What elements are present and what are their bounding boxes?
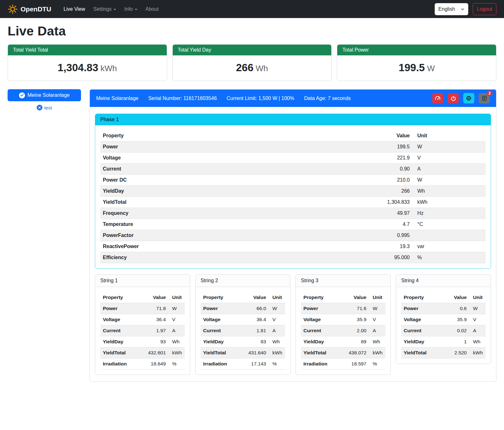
value-cell: 210.0	[287, 175, 412, 186]
unit-cell: V	[269, 314, 285, 325]
unit-cell: V	[412, 153, 486, 164]
property-cell: Irradiation	[100, 358, 138, 370]
chevron-down-icon	[114, 9, 116, 10]
string-table: Property Value Unit Power0.6WVoltage35.9…	[401, 292, 486, 358]
table-row: Power199.5W	[100, 141, 486, 153]
value-cell: 199.5	[287, 141, 412, 153]
unit-cell: V	[369, 314, 385, 325]
top-navbar: OpenDTU Live View Settings Info About En…	[0, 0, 504, 18]
table-row: YieldDay83Wh	[201, 336, 285, 347]
brand-home-link[interactable]: OpenDTU	[8, 4, 51, 14]
nav-item-label: Live View	[64, 6, 85, 12]
value-cell: 36.4	[138, 314, 168, 325]
value-cell: 1.97	[138, 325, 168, 336]
nav-item-about[interactable]: About	[141, 4, 163, 15]
nav-item-info[interactable]: Info	[120, 4, 141, 15]
summary-unit: kWh	[101, 64, 117, 73]
unit-cell: W	[412, 175, 486, 186]
nav-item-settings[interactable]: Settings	[89, 4, 120, 15]
event-log-button[interactable]: 2	[479, 93, 490, 103]
table-row: Current0.90A	[100, 164, 486, 175]
value-cell: 221.9	[287, 153, 412, 164]
property-cell: Power	[401, 303, 443, 314]
col-header-value: Value	[138, 292, 168, 303]
unit-cell: kWh	[469, 347, 486, 358]
unit-cell: A	[369, 325, 385, 336]
summary-card-title: Total Yield Total	[8, 45, 167, 55]
power-toggle-button[interactable]	[448, 93, 459, 103]
col-header-unit: Unit	[168, 292, 185, 303]
value-cell: 89	[339, 336, 369, 347]
summary-unit: Wh	[256, 64, 268, 73]
unit-cell: %	[269, 358, 285, 370]
unit-cell: A	[269, 325, 285, 336]
nav-item-live-view[interactable]: Live View	[59, 4, 89, 15]
nav-links: Live View Settings Info About	[59, 4, 163, 15]
inverter-card-body: Phase 1 Property Value Unit	[90, 107, 496, 381]
unit-cell: kWh	[412, 197, 486, 208]
inverter-item-test[interactable]: test	[8, 105, 81, 110]
unit-cell: Wh	[369, 336, 385, 347]
inverter-name-label: test	[44, 105, 52, 110]
property-cell: YieldDay	[100, 186, 287, 197]
property-cell: ReactivePower	[100, 241, 287, 252]
device-info-button[interactable]	[463, 93, 474, 103]
table-row: PowerFactor0.995	[100, 230, 486, 241]
property-cell: Current	[100, 325, 138, 336]
value-cell: 266	[287, 186, 412, 197]
table-row: Power0.6W	[401, 303, 486, 314]
value-cell: 83	[239, 336, 269, 347]
string-card: String 1 Property Value Unit Power71.8WV…	[95, 274, 190, 375]
string-card-title: String 3	[296, 275, 390, 287]
unit-cell: Wh	[412, 186, 486, 197]
inverter-name-label: Meine Solaranlage	[28, 92, 70, 98]
property-cell: Voltage	[301, 314, 339, 325]
value-cell: 0.02	[443, 325, 469, 336]
table-row: Irradiation18.649%	[100, 358, 185, 370]
table-row: YieldDay89Wh	[301, 336, 385, 347]
property-cell: Power	[301, 303, 339, 314]
table-header-row: Property Value Unit	[100, 292, 185, 303]
value-cell: 71.6	[339, 303, 369, 314]
value-cell: 0.995	[287, 230, 412, 241]
unit-cell: %	[168, 358, 185, 370]
unit-cell: Wh	[168, 336, 185, 347]
value-cell: 2.520	[443, 347, 469, 358]
value-cell: 19.3	[287, 241, 412, 252]
limit-settings-button[interactable]	[432, 93, 443, 103]
property-cell: Power	[100, 141, 287, 153]
property-cell: Voltage	[100, 153, 287, 164]
unit-cell: kWh	[369, 347, 385, 358]
table-row: Irradiation18.597%	[301, 358, 385, 370]
page-container: Live Data Total Yield Total 1,304.83kWh …	[0, 24, 504, 390]
value-cell: 438.072	[339, 347, 369, 358]
property-cell: Current	[401, 325, 443, 336]
inverter-name: Meine Solaranlage	[96, 96, 138, 101]
table-row: Power71.6W	[301, 303, 385, 314]
table-row: Voltage36.4V	[201, 314, 285, 325]
unit-cell: Wh	[469, 336, 486, 347]
unit-cell: Wh	[269, 336, 285, 347]
table-row: YieldDay266Wh	[100, 186, 486, 197]
table-row: YieldTotal1,304.833kWh	[100, 197, 486, 208]
logout-button[interactable]: Logout	[473, 3, 496, 15]
property-cell: Current	[301, 325, 339, 336]
value-cell: 17.143	[239, 358, 269, 370]
table-row: Voltage35.9V	[301, 314, 385, 325]
check-circle-icon	[19, 92, 25, 98]
string-card-title: String 2	[196, 275, 290, 287]
inverter-card-header: Meine Solaranlage Serial Number: 1161716…	[90, 90, 496, 107]
table-row: Power66.0W	[201, 303, 285, 314]
main-column: Meine Solaranlage Serial Number: 1161716…	[90, 89, 496, 382]
property-cell: Irradiation	[301, 358, 339, 370]
unit-cell: A	[412, 164, 486, 175]
value-cell: 1	[443, 336, 469, 347]
col-header-property: Property	[401, 292, 443, 303]
value-cell: 66.0	[239, 303, 269, 314]
unit-cell: W	[269, 303, 285, 314]
summary-cards-row: Total Yield Total 1,304.83kWh Total Yiel…	[8, 44, 496, 81]
table-row: ReactivePower19.3var	[100, 241, 486, 252]
language-select[interactable]: English	[435, 3, 468, 15]
inverter-select-button[interactable]: Meine Solaranlage	[8, 89, 81, 101]
unit-cell: °C	[412, 219, 486, 230]
